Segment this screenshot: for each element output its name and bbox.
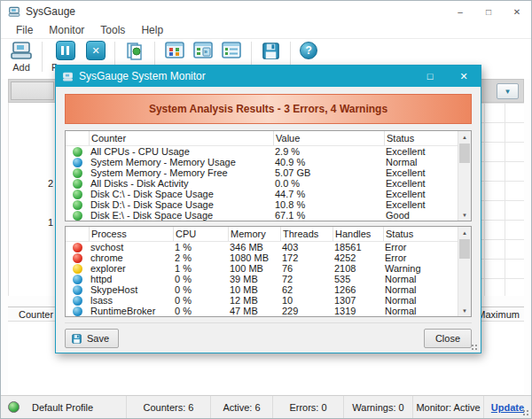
cell-cpu: 0 % <box>173 295 228 306</box>
dialog-app-icon <box>62 71 74 82</box>
table-row[interactable]: System Memory - Memory Usage40.9 %Normal <box>66 157 458 167</box>
cell-value: 5.07 GB <box>273 167 384 178</box>
warnings-count: Warnings: 0 <box>352 402 403 413</box>
table-row[interactable]: Disk E:\ - Disk Space Usage67.1 %Good <box>66 210 458 221</box>
green-status-orb-icon <box>73 179 82 189</box>
table-row[interactable]: chrome2 %1080 MB1724252Error <box>66 252 458 263</box>
counters-table-header: Counter Value Status <box>66 131 458 146</box>
scroll-thumb[interactable] <box>459 144 470 163</box>
cell-counter: Disk E:\ - Disk Space Usage <box>89 210 273 221</box>
minimize-button[interactable]: – <box>446 1 474 22</box>
scroll-down-icon[interactable]: ▼ <box>458 305 471 316</box>
cell-memory: 47 MB <box>228 306 280 316</box>
scroll-up-icon[interactable]: ▲ <box>458 131 471 143</box>
menu-help[interactable]: Help <box>133 24 171 36</box>
maximize-button[interactable]: □ <box>474 1 503 22</box>
cell-status: Normal <box>383 306 458 316</box>
cell-cpu: 1 % <box>173 263 228 274</box>
scroll-down-icon[interactable]: ▼ <box>458 209 471 221</box>
dialog-close-button[interactable]: ✕ <box>447 66 481 87</box>
cell-handles: 4252 <box>332 252 383 263</box>
table-row[interactable]: All Disks - Disk Activity0.0 %Excellent <box>66 178 458 189</box>
dialog-titlebar[interactable]: SysGauge System Monitor □ ✕ <box>56 66 481 87</box>
table-row[interactable]: SkypeHost0 %10 MB621266Normal <box>66 284 458 295</box>
table-row[interactable]: All CPUs - CPU Usage2.9 %Excellent <box>66 146 458 157</box>
dialog-resize-grip[interactable] <box>471 344 479 352</box>
app-logo-icon <box>8 5 20 18</box>
gauge-view-button[interactable] <box>164 41 185 60</box>
close-dialog-button[interactable]: Close <box>424 329 472 348</box>
scroll-thumb[interactable] <box>459 239 470 259</box>
header-process[interactable]: Process <box>89 227 173 241</box>
header-status[interactable]: Status <box>383 227 458 241</box>
window-title: SysGauge <box>26 5 75 18</box>
cell-status: Excellent <box>384 146 458 157</box>
process-table-scrollbar[interactable]: ▲ ▼ <box>458 227 471 316</box>
cell-process: explorer <box>89 263 173 274</box>
blue-status-orb-icon <box>73 285 82 295</box>
chart-options-dropdown-button[interactable]: ▼ <box>497 83 519 99</box>
list-view-button[interactable] <box>221 41 242 60</box>
cell-status: Normal <box>383 274 458 284</box>
analysis-results-text: System Analysis Results - 3 Errors, 4 Wa… <box>149 103 387 115</box>
header-counter[interactable]: Counter <box>89 131 273 145</box>
menu-monitor[interactable]: Monitor <box>41 24 92 36</box>
chart-header-inset <box>11 81 54 100</box>
bar-view-button[interactable]: » <box>192 41 214 60</box>
green-status-orb-icon <box>73 190 82 199</box>
table-row[interactable]: lsass0 %12 MB101307Normal <box>66 295 458 306</box>
cell-status: Excellent <box>384 178 458 189</box>
dialog-footer: Save Close <box>65 322 472 348</box>
y-axis-label: 1 <box>48 217 53 228</box>
gauge-view-icon <box>164 41 185 60</box>
window-resize-grip[interactable] <box>522 409 530 417</box>
chevron-down-icon: ▼ <box>505 88 512 96</box>
header-cpu[interactable]: CPU <box>173 227 228 241</box>
cell-status: Good <box>384 210 458 221</box>
cell-memory: 10 MB <box>228 284 280 295</box>
dialog-maximize-button[interactable]: □ <box>413 66 447 87</box>
profile-section: Default Profile <box>1 396 127 418</box>
cell-status: Normal <box>383 295 458 306</box>
pause-icon <box>56 41 75 60</box>
cell-memory: 100 MB <box>228 263 280 274</box>
table-row[interactable]: explorer1 %100 MB762108Warning <box>66 263 458 274</box>
header-handles[interactable]: Handles <box>332 227 383 241</box>
table-row[interactable]: svchost1 %346 MB40318561Error <box>66 242 458 252</box>
blue-status-orb-icon <box>73 275 82 284</box>
cell-status: Normal <box>383 284 458 295</box>
menu-tools[interactable]: Tools <box>92 24 133 36</box>
table-row[interactable]: System Memory - Memory Free5.07 GBExcell… <box>66 167 458 178</box>
table-row[interactable]: httpd0 %39 MB72535Normal <box>66 274 458 284</box>
header-memory[interactable]: Memory <box>228 227 280 241</box>
yellow-status-orb-icon <box>73 264 82 274</box>
update-link[interactable]: Update <box>491 402 524 413</box>
blue-status-orb-icon <box>73 306 82 316</box>
profile-label: Default Profile <box>32 402 93 413</box>
table-row[interactable]: RuntimeBroker0 %47 MB2291319Normal <box>66 306 458 316</box>
stop-monitor-button[interactable]: ✕ <box>86 41 106 60</box>
menu-file[interactable]: File <box>8 24 41 36</box>
save-button[interactable]: Save <box>65 329 119 348</box>
cell-threads: 229 <box>280 306 332 316</box>
help-button[interactable]: ? <box>300 41 317 59</box>
counters-table-scrollbar[interactable]: ▲ ▼ <box>458 131 471 221</box>
cell-value: 44.7 % <box>273 189 384 199</box>
cell-process: svchost <box>89 242 173 252</box>
report-icon <box>124 41 145 62</box>
cell-status: Excellent <box>384 189 458 199</box>
svg-text:»: » <box>204 49 207 55</box>
table-row[interactable]: Disk D:\ - Disk Space Usage10.8 %Excelle… <box>66 199 458 210</box>
cell-handles: 2108 <box>332 263 383 274</box>
add-computer-icon <box>10 41 33 60</box>
scroll-up-icon[interactable]: ▲ <box>458 227 471 238</box>
header-threads[interactable]: Threads <box>280 227 332 241</box>
close-button[interactable]: ✕ <box>503 1 531 22</box>
header-value[interactable]: Value <box>273 131 384 145</box>
report-button[interactable] <box>124 41 145 62</box>
save-report-button[interactable] <box>261 41 281 61</box>
table-row[interactable]: Disk C:\ - Disk Space Usage44.7 %Excelle… <box>66 189 458 199</box>
add-counter-button[interactable]: Add <box>10 41 33 73</box>
cell-value: 2.9 % <box>273 146 384 157</box>
header-status[interactable]: Status <box>384 131 458 145</box>
